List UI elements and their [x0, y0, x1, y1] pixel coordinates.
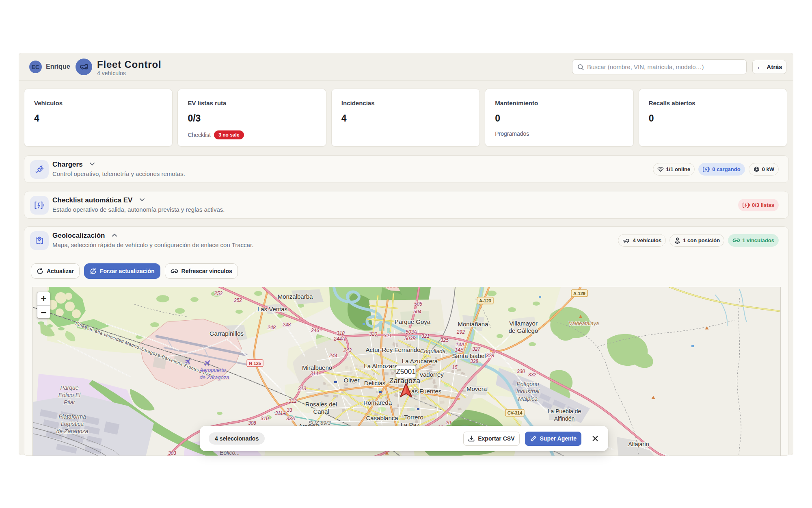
svg-text:248: 248	[282, 322, 291, 328]
svg-text:Aeropuerto: Aeropuerto	[199, 367, 226, 373]
svg-text:Garrapinillos: Garrapinillos	[209, 330, 244, 337]
svg-text:Torrero: Torrero	[404, 414, 423, 421]
svg-text:Valdeatalaya: Valdeatalaya	[569, 320, 599, 326]
svg-text:252: 252	[214, 291, 222, 296]
svg-text:332: 332	[528, 372, 536, 378]
svg-text:321: 321	[421, 333, 430, 339]
svg-text:321: 321	[384, 333, 392, 339]
svg-text:Oliver: Oliver	[343, 377, 359, 384]
svg-text:Rosales del: Rosales del	[305, 401, 337, 408]
svg-text:311A: 311A	[275, 410, 286, 416]
svg-text:33: 33	[287, 407, 292, 413]
svg-text:303: 303	[168, 450, 176, 456]
svg-text:La Puebla de: La Puebla de	[548, 408, 581, 415]
svg-text:Santa Isabel: Santa Isabel	[452, 352, 486, 359]
svg-text:503B: 503B	[404, 336, 416, 341]
svg-text:Movera: Movera	[466, 385, 487, 392]
svg-text:A-123: A-123	[479, 298, 491, 303]
svg-text:313: 313	[298, 386, 306, 391]
svg-text:312: 312	[289, 398, 297, 404]
svg-text:Parque: Parque	[60, 384, 78, 391]
svg-text:Las Ventas: Las Ventas	[257, 306, 287, 313]
svg-text:14A: 14A	[456, 342, 464, 347]
svg-text:Monzalbarba: Monzalbarba	[278, 293, 313, 300]
svg-text:Polígono: Polígono	[516, 381, 539, 387]
svg-text:20: 20	[445, 420, 451, 426]
svg-text:Alfindén: Alfindén	[554, 415, 575, 422]
svg-text:Plataforma: Plataforma	[58, 413, 86, 420]
svg-text:327: 327	[472, 346, 481, 352]
svg-text:33A: 33A	[286, 416, 295, 421]
svg-text:318: 318	[337, 330, 345, 336]
svg-text:Villamayor: Villamayor	[509, 320, 538, 327]
svg-text:328: 328	[470, 358, 478, 364]
svg-text:328: 328	[486, 353, 494, 358]
svg-text:de Zaragoza: de Zaragoza	[56, 428, 89, 434]
svg-text:Logística: Logística	[61, 421, 84, 427]
svg-text:314: 314	[310, 371, 318, 376]
svg-text:505: 505	[414, 301, 422, 307]
svg-text:504: 504	[413, 309, 421, 315]
svg-text:330: 330	[517, 369, 525, 374]
svg-text:308: 308	[248, 420, 256, 426]
svg-text:Montañana: Montañana	[458, 321, 488, 328]
svg-text:Canal: Canal	[313, 408, 329, 415]
svg-text:244A: 244A	[333, 336, 345, 342]
svg-text:Eólico El: Eólico El	[58, 392, 81, 398]
svg-text:320: 320	[369, 331, 377, 337]
svg-text:Cogullada: Cogullada	[420, 348, 445, 354]
svg-text:325: 325	[441, 337, 449, 343]
svg-text:248: 248	[267, 325, 276, 330]
svg-text:Pilar: Pilar	[64, 399, 76, 406]
svg-text:244: 244	[329, 353, 337, 358]
svg-text:Vadorrey: Vadorrey	[419, 371, 444, 378]
svg-text:Delicias: Delicias	[364, 380, 386, 386]
svg-text:252: 252	[233, 297, 242, 303]
svg-text:Alfajarín: Alfajarín	[628, 441, 649, 447]
svg-text:Casablanca: Casablanca	[366, 415, 398, 421]
svg-text:N-125: N-125	[249, 361, 261, 366]
svg-text:243: 243	[343, 347, 352, 353]
svg-text:A-129: A-129	[573, 291, 585, 296]
svg-text:246: 246	[311, 328, 319, 333]
svg-text:SUZ 89/3: SUZ 89/3	[309, 420, 331, 426]
svg-text:15: 15	[452, 365, 458, 370]
svg-text:CV-314: CV-314	[508, 410, 523, 415]
svg-text:Las Fuentes: Las Fuentes	[408, 388, 442, 395]
svg-text:de Gállego: de Gállego	[509, 327, 538, 334]
svg-text:La Azucarera: La Azucarera	[402, 358, 438, 365]
svg-text:Malpica: Malpica	[518, 395, 538, 402]
svg-text:Industrial: Industrial	[516, 388, 540, 395]
svg-text:Actur-Rey Fernando: Actur-Rey Fernando	[365, 346, 420, 353]
svg-text:14B: 14B	[455, 347, 463, 353]
svg-text:292: 292	[456, 329, 465, 335]
svg-text:de Zaragoza: de Zaragoza	[200, 374, 229, 380]
svg-text:Romareda: Romareda	[363, 399, 392, 406]
svg-text:503A: 503A	[406, 329, 417, 335]
svg-text:310: 310	[261, 416, 269, 421]
svg-text:Parque Goya: Parque Goya	[395, 318, 431, 325]
svg-text:Miralbueno: Miralbueno	[302, 364, 332, 371]
svg-text:La Almozara: La Almozara	[364, 363, 398, 369]
